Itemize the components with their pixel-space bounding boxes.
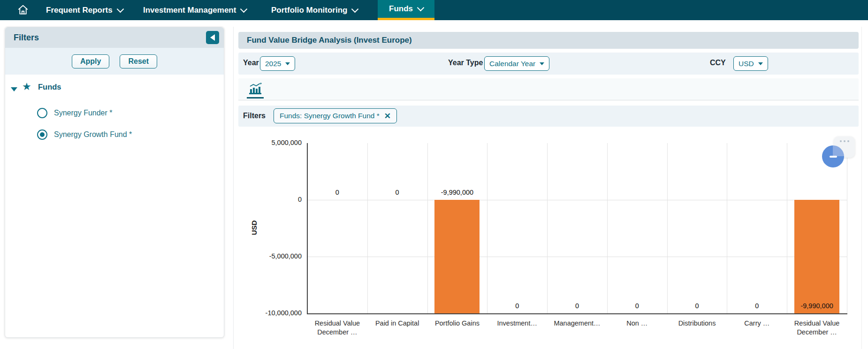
- value-label: 0: [367, 189, 427, 196]
- year-dropdown[interactable]: 2025: [260, 56, 295, 71]
- chevron-down-icon: [351, 5, 359, 13]
- x-category-label: Distributions: [669, 319, 725, 328]
- value-label: -9,990,000: [427, 189, 487, 196]
- gridline-v: [547, 143, 548, 313]
- gridline-v: [487, 143, 487, 313]
- nav-item-label: Investment Management: [143, 6, 236, 15]
- x-category-label: Carry …: [729, 319, 785, 328]
- value-label: 0: [307, 189, 367, 196]
- x-category-label: Paid in Capital: [369, 319, 426, 328]
- more-options-icon: [834, 140, 855, 142]
- star-icon: ★: [22, 81, 31, 93]
- year-type-dropdown[interactable]: Calendar Year: [484, 56, 549, 71]
- value-label: -9,990,000: [787, 302, 847, 310]
- y-axis-title: USD: [250, 212, 258, 243]
- filters-sidebar-header: Filters: [5, 27, 224, 48]
- bar-8[interactable]: [794, 200, 839, 313]
- chart-toolbar-row: [238, 78, 859, 100]
- home-icon: [17, 9, 29, 17]
- ccy-dropdown-value: USD: [739, 60, 754, 68]
- collapse-sidebar-button[interactable]: [206, 31, 219, 44]
- report-header-bar: Fund Value Bridge Analysis (Invest Europ…: [238, 32, 859, 49]
- tree-node-funds[interactable]: Funds: [38, 83, 61, 91]
- apply-button[interactable]: Apply: [72, 54, 109, 68]
- bar-2[interactable]: [434, 200, 480, 313]
- nav-item-label: Frequent Reports: [46, 6, 113, 15]
- y-tick-label: -10,000,000: [250, 309, 302, 317]
- chevron-down-icon: [417, 4, 425, 12]
- gridline-v: [667, 143, 668, 313]
- gridline-v: [787, 143, 787, 313]
- report-controls-row: Year 2025 Year Type Calendar Year CCY US…: [238, 53, 859, 75]
- radio-selected-icon: [37, 129, 47, 140]
- radio-option-synergy-funder[interactable]: Synergy Funder *: [37, 108, 113, 118]
- year-type-dropdown-value: Calendar Year: [489, 60, 535, 68]
- filters-actions-row: Apply Reset: [5, 48, 224, 75]
- recording-timer-button[interactable]: [822, 145, 844, 167]
- minus-icon: [830, 156, 837, 158]
- y-tick-label: 5,000,000: [250, 139, 302, 146]
- filters-title: Filters: [14, 33, 39, 43]
- y-tick-label: -5,000,000: [250, 252, 302, 260]
- gridline-v: [427, 143, 428, 313]
- year-dropdown-value: 2025: [265, 60, 281, 68]
- dropdown-arrow-icon: [540, 62, 544, 65]
- x-category-label: Investment…: [489, 319, 545, 328]
- report-title: Fund Value Bridge Analysis (Invest Europ…: [247, 36, 412, 45]
- gridline-h: [307, 257, 847, 257]
- radio-unselected-icon: [37, 108, 47, 118]
- active-filters-row: Filters Funds: Synergy Growth Fund * ✕: [238, 106, 859, 127]
- top-navbar: Frequent Reports Investment Management P…: [0, 0, 868, 20]
- dropdown-arrow-icon: [285, 62, 290, 65]
- dropdown-arrow-icon: [758, 62, 763, 65]
- bar-chart-view-button[interactable]: [247, 83, 264, 99]
- panel-divider: [233, 27, 234, 349]
- collapse-left-icon: [210, 34, 215, 41]
- ccy-dropdown[interactable]: USD: [733, 56, 768, 71]
- tree-expand-caret-icon[interactable]: [11, 87, 17, 91]
- ccy-label: CCY: [710, 59, 726, 67]
- nav-item-investment-management[interactable]: Investment Management: [143, 0, 246, 20]
- bridge-chart: 5,000,0000-5,000,000-10,000,000USD00-9,9…: [238, 130, 868, 349]
- x-category-label: Residual Value December …: [309, 319, 365, 337]
- bar-chart-icon: [248, 83, 262, 97]
- value-label: 0: [727, 302, 787, 310]
- x-category-label: Residual Value December …: [789, 319, 845, 337]
- reset-button[interactable]: Reset: [120, 54, 157, 68]
- filter-chip-funds[interactable]: Funds: Synergy Growth Fund * ✕: [274, 108, 397, 123]
- radio-option-label: Synergy Funder *: [54, 109, 113, 117]
- x-category-label: Non …: [609, 319, 665, 328]
- gridline-h: [307, 200, 847, 200]
- filter-chip-label: Funds: Synergy Growth Fund *: [280, 112, 380, 120]
- value-label: 0: [487, 302, 547, 310]
- x-axis-line: [307, 313, 847, 314]
- nav-item-label: Portfolio Monitoring: [271, 6, 347, 15]
- radio-option-synergy-growth-fund[interactable]: Synergy Growth Fund *: [37, 129, 132, 140]
- value-label: 0: [667, 302, 727, 310]
- nav-tab-funds-active[interactable]: Funds: [378, 0, 434, 20]
- gridline-v: [727, 143, 727, 313]
- nav-item-frequent-reports[interactable]: Frequent Reports: [46, 0, 123, 20]
- y-tick-label: 0: [250, 196, 302, 203]
- chevron-down-icon: [116, 5, 124, 13]
- radio-option-label: Synergy Growth Fund *: [54, 130, 132, 139]
- filters-row-label: Filters: [243, 112, 266, 120]
- chevron-down-icon: [240, 5, 248, 13]
- value-label: 0: [607, 302, 667, 310]
- year-type-label: Year Type: [448, 59, 483, 67]
- nav-item-label: Funds: [389, 4, 413, 14]
- remove-filter-icon[interactable]: ✕: [384, 112, 391, 120]
- x-category-label: Portfolio Gains: [429, 319, 486, 328]
- value-label: 0: [547, 302, 607, 310]
- year-label: Year: [243, 59, 259, 67]
- gridline-v: [847, 143, 847, 313]
- filters-sidebar: Filters Apply Reset ★ Funds Synergy Fund…: [5, 27, 224, 338]
- gridline-v: [607, 143, 608, 313]
- nav-item-portfolio-monitoring[interactable]: Portfolio Monitoring: [271, 0, 358, 20]
- y-axis-line: [307, 143, 308, 314]
- home-button[interactable]: [17, 4, 30, 17]
- x-category-label: Management…: [549, 319, 605, 328]
- gridline-v: [367, 143, 368, 313]
- app-window: Frequent Reports Investment Management P…: [0, 0, 868, 349]
